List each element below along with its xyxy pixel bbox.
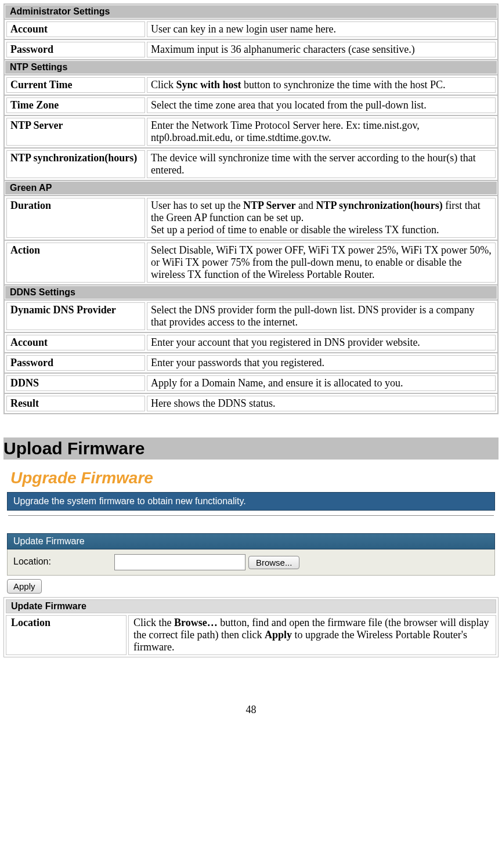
ntp-sync-label: NTP synchronization(hours) [6, 150, 145, 178]
firmware-screenshot: Upgrade Firmware Upgrade the system firm… [3, 464, 499, 594]
section-header-green: Green AP [5, 181, 497, 195]
ddns-result-label: Result [6, 396, 145, 411]
ntp-sync-desc: The device will synchronize time with th… [147, 150, 496, 178]
admin-account-desc: User can key in a new login user name he… [147, 21, 496, 37]
fw-location-input[interactable] [114, 554, 245, 570]
page-number: 48 [3, 704, 499, 716]
admin-password-label: Password [6, 42, 145, 57]
green-duration-label: Duration [6, 198, 145, 238]
fw-page-title: Upgrade Firmware [3, 464, 499, 490]
ntp-current-time-desc: Click Sync with host button to synchroni… [147, 77, 496, 93]
browse-button[interactable]: Browse... [248, 556, 300, 569]
section-header-ddns: DDNS Settings [5, 285, 497, 299]
ddns-ddns-label: DDNS [6, 375, 145, 391]
ntp-server-desc: Enter the Network Time Protocol Server h… [147, 118, 496, 146]
ddns-password-desc: Enter your passwords that you registered… [147, 355, 496, 371]
green-duration-desc: User has to set up the NTP Server and NT… [147, 198, 496, 238]
green-action-desc: Select Disable, WiFi TX power OFF, WiFi … [147, 243, 496, 283]
ntp-tz-label: Time Zone [6, 97, 145, 113]
ntp-tz-desc: Select the time zone area that you locat… [147, 97, 496, 113]
fw-update-header: Update Firmware [7, 533, 495, 549]
ddns-result-desc: Here shows the DDNS status. [147, 396, 496, 411]
ntp-current-time-label: Current Time [6, 77, 145, 93]
apply-button[interactable]: Apply [7, 579, 42, 594]
update-table-header: Update Firmware [6, 599, 496, 613]
ddns-password-label: Password [6, 355, 145, 371]
section-header-admin: Administrator Settings [5, 5, 497, 19]
section-header-ntp: NTP Settings [5, 60, 497, 74]
admin-password-desc: Maximum input is 36 alphanumeric charact… [147, 42, 496, 57]
fw-divider [8, 515, 494, 516]
ddns-account-desc: Enter your account that you registered i… [147, 335, 496, 350]
ddns-provider-desc: Select the DNS provider form the pull-do… [147, 302, 496, 330]
green-action-label: Action [6, 243, 145, 283]
fw-body: Location: Browse... [7, 549, 495, 576]
ddns-provider-label: Dynamic DNS Provider [6, 302, 145, 330]
ddns-ddns-desc: Apply for a Domain Name, and ensure it i… [147, 375, 496, 391]
fw-location-label: Location: [13, 556, 112, 567]
upload-firmware-heading: Upload Firmware [3, 437, 499, 460]
ddns-account-label: Account [6, 335, 145, 350]
update-firmware-table: Update Firmware Location Click the Brows… [3, 597, 499, 657]
settings-table: Administrator Settings Account User can … [3, 3, 499, 414]
update-location-desc: Click the Browse… button, find and open … [128, 615, 496, 655]
ntp-server-label: NTP Server [6, 118, 145, 146]
fw-banner: Upgrade the system firmware to obtain ne… [7, 492, 495, 511]
admin-account-label: Account [6, 21, 145, 37]
update-location-label: Location [6, 615, 127, 655]
